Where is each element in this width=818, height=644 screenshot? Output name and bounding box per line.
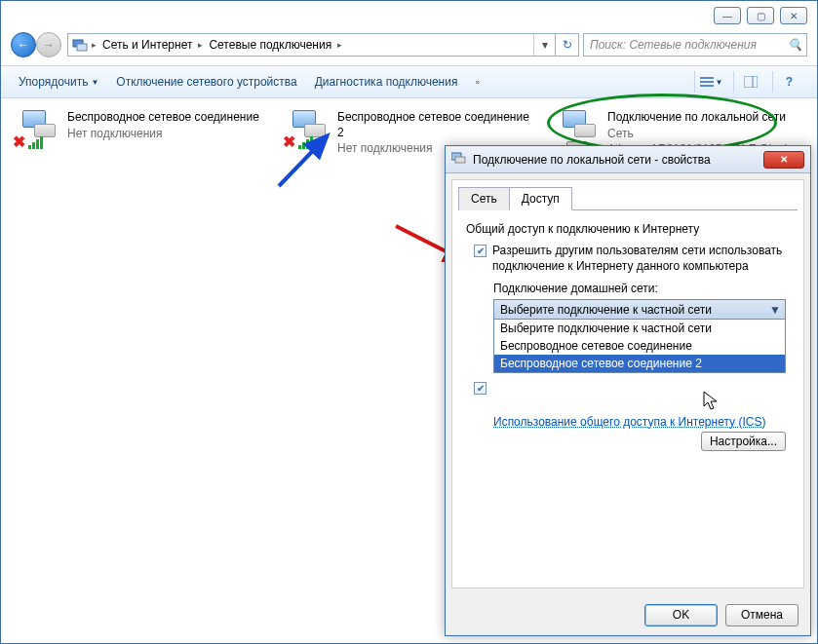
organize-menu[interactable]: Упорядочить▼ (13, 71, 104, 93)
combobox-dropdown: Выберите подключение к частной сети Бесп… (493, 320, 786, 373)
chevron-down-icon: ▼ (767, 302, 783, 318)
forward-button[interactable]: → (36, 32, 61, 57)
lan-icon (553, 110, 600, 149)
settings-button[interactable]: Настройка... (701, 432, 786, 451)
chevron-right-icon: ▸ (198, 40, 203, 50)
minimize-button[interactable]: — (714, 7, 741, 24)
refresh-button[interactable]: ↻ (556, 33, 579, 57)
combobox-selected: Выберите подключение к частной сети (500, 303, 712, 317)
svg-rect-4 (700, 85, 714, 87)
home-connection-combobox[interactable]: Выберите подключение к частной сети ▼ (493, 299, 786, 320)
combobox-option[interactable]: Беспроводное сетевое соединение 2 (494, 355, 785, 372)
breadcrumb[interactable]: ▸ Сеть и Интернет ▸ Сетевые подключения … (67, 33, 556, 57)
dialog-title: Подключение по локальной сети - свойства (473, 153, 758, 167)
allow-sharing-label: Разрешить другим пользователям сети испо… (492, 244, 790, 274)
diagnose-button[interactable]: Диагностика подключения (309, 71, 464, 93)
network-icon (72, 37, 88, 53)
breadcrumb-item-current[interactable]: Сетевые подключения (207, 38, 333, 52)
search-icon: 🔍 (788, 38, 802, 52)
wifi-disconnected-icon: ✖ (283, 110, 330, 149)
ok-button[interactable]: OK (644, 604, 718, 626)
properties-dialog: Подключение по локальной сети - свойства… (445, 145, 811, 636)
allow-control-checkbox[interactable]: ✔ (474, 382, 487, 395)
breadcrumb-item-root[interactable]: Сеть и Интернет (100, 38, 194, 52)
back-button[interactable]: ← (11, 32, 36, 57)
svg-rect-11 (455, 157, 465, 163)
dialog-titlebar[interactable]: Подключение по локальной сети - свойства… (446, 146, 810, 173)
wifi-disconnected-icon: ✖ (13, 110, 59, 149)
allow-sharing-checkbox[interactable]: ✔ (474, 245, 487, 257)
connection-network: Сеть (607, 127, 800, 142)
chevron-down-icon: ▼ (91, 78, 98, 87)
view-icon (700, 76, 714, 88)
svg-rect-5 (744, 76, 758, 88)
tab-sharing[interactable]: Доступ (509, 187, 572, 210)
chevron-right-icon: ▸ (337, 40, 342, 50)
dialog-tabs: Сеть Доступ (458, 186, 798, 210)
preview-pane-button[interactable] (733, 71, 766, 93)
tab-network[interactable]: Сеть (458, 187, 510, 210)
disable-device-button[interactable]: Отключение сетевого устройства (110, 71, 302, 93)
dialog-close-button[interactable]: ✕ (763, 151, 804, 169)
chevron-down-icon: ▼ (716, 78, 723, 87)
group-title: Общий доступ к подключению к Интернету (466, 222, 790, 236)
svg-rect-1 (77, 44, 87, 51)
pane-icon (744, 76, 758, 88)
svg-rect-3 (700, 81, 714, 83)
help-icon: ? (786, 75, 793, 89)
home-connection-label: Подключение домашней сети: (493, 282, 790, 295)
toolbar: Упорядочить▼ Отключение сетевого устройс… (1, 65, 817, 98)
help-button[interactable]: ? (772, 71, 805, 93)
adapter-icon (451, 151, 467, 168)
svg-rect-2 (700, 77, 714, 79)
window-close-button[interactable]: ✕ (780, 7, 807, 24)
search-input[interactable]: Поиск: Сетевые подключения 🔍 (583, 33, 807, 57)
connection-title: Подключение по локальной сети (607, 110, 800, 126)
maximize-button[interactable]: ▢ (747, 7, 774, 24)
cancel-button[interactable]: Отмена (725, 604, 799, 626)
breadcrumb-dropdown-button[interactable]: ▾ (533, 34, 555, 56)
view-menu[interactable]: ▼ (694, 71, 727, 93)
search-placeholder: Поиск: Сетевые подключения (590, 38, 757, 52)
ics-help-link[interactable]: Использование общего доступа к Интернету… (493, 414, 765, 431)
address-bar: ← → ▸ Сеть и Интернет ▸ Сетевые подключе… (11, 30, 807, 59)
connection-status: Нет подключения (67, 127, 259, 142)
connection-title: Беспроводное сетевое соединение (67, 110, 259, 126)
overflow-button[interactable]: » (469, 74, 485, 91)
combobox-option[interactable]: Беспроводное сетевое соединение (494, 337, 785, 355)
chevron-right-icon: ▸ (92, 40, 97, 50)
connection-item-wifi-1[interactable]: ✖ Беспроводное сетевое соединение Нет по… (9, 106, 269, 635)
connection-title: Беспроводное сетевое соединение 2 (337, 110, 535, 140)
combobox-option[interactable]: Выберите подключение к частной сети (494, 320, 785, 337)
